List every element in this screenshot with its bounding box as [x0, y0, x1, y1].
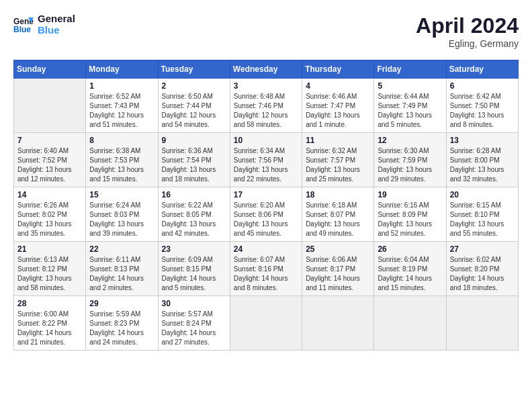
calendar-cell: 8Sunrise: 6:38 AMSunset: 7:53 PMDaylight…: [86, 133, 158, 187]
calendar-cell: [446, 296, 518, 351]
day-number: 23: [162, 244, 226, 254]
calendar-cell: 11Sunrise: 6:32 AMSunset: 7:57 PMDayligh…: [302, 133, 374, 187]
day-number: 30: [162, 299, 226, 308]
day-number: 21: [17, 244, 82, 254]
page-header: General Blue General Blue April 2024 Egl…: [13, 13, 519, 49]
calendar-cell: 19Sunrise: 6:16 AMSunset: 8:09 PMDayligh…: [374, 187, 446, 242]
calendar-week-row: 21Sunrise: 6:13 AMSunset: 8:12 PMDayligh…: [14, 242, 519, 296]
logo: General Blue General Blue: [13, 13, 75, 36]
logo-icon: General Blue: [13, 15, 34, 35]
day-number: 2: [162, 81, 226, 91]
calendar-cell: 4Sunrise: 6:46 AMSunset: 7:47 PMDaylight…: [302, 79, 374, 133]
calendar-week-row: 1Sunrise: 6:52 AMSunset: 7:43 PMDaylight…: [14, 79, 519, 133]
day-info: Sunrise: 6:34 AMSunset: 7:56 PMDaylight:…: [234, 146, 298, 184]
svg-text:Blue: Blue: [13, 25, 31, 34]
title-block: April 2024 Egling, Germany: [416, 13, 519, 49]
day-number: 16: [162, 190, 226, 199]
calendar-cell: [14, 79, 86, 133]
day-number: 29: [89, 299, 154, 308]
day-number: 26: [378, 244, 442, 254]
day-number: 6: [450, 81, 515, 91]
day-number: 27: [450, 244, 515, 254]
day-info: Sunrise: 6:04 AMSunset: 8:19 PMDaylight:…: [378, 255, 442, 293]
day-info: Sunrise: 6:36 AMSunset: 7:54 PMDaylight:…: [162, 146, 226, 184]
calendar-cell: 7Sunrise: 6:40 AMSunset: 7:52 PMDaylight…: [14, 133, 86, 187]
day-info: Sunrise: 6:20 AMSunset: 8:06 PMDaylight:…: [234, 201, 298, 238]
day-number: 19: [378, 190, 442, 199]
day-info: Sunrise: 6:46 AMSunset: 7:47 PMDaylight:…: [306, 92, 370, 130]
calendar-cell: 13Sunrise: 6:28 AMSunset: 8:00 PMDayligh…: [446, 133, 518, 187]
day-info: Sunrise: 6:50 AMSunset: 7:44 PMDaylight:…: [162, 92, 226, 130]
day-number: 9: [162, 136, 226, 145]
day-number: 5: [378, 81, 442, 91]
calendar-cell: 5Sunrise: 6:44 AMSunset: 7:49 PMDaylight…: [374, 79, 446, 133]
calendar-cell: 14Sunrise: 6:26 AMSunset: 8:02 PMDayligh…: [14, 187, 86, 242]
calendar-week-row: 14Sunrise: 6:26 AMSunset: 8:02 PMDayligh…: [14, 187, 519, 242]
day-number: 24: [234, 244, 298, 254]
weekday-header-row: SundayMondayTuesdayWednesdayThursdayFrid…: [14, 60, 519, 79]
day-info: Sunrise: 6:38 AMSunset: 7:53 PMDaylight:…: [89, 146, 154, 184]
calendar-cell: 29Sunrise: 5:59 AMSunset: 8:23 PMDayligh…: [86, 296, 158, 351]
day-info: Sunrise: 6:52 AMSunset: 7:43 PMDaylight:…: [89, 92, 154, 130]
calendar-week-row: 7Sunrise: 6:40 AMSunset: 7:52 PMDaylight…: [14, 133, 519, 187]
day-number: 1: [89, 81, 154, 91]
weekday-header: Monday: [86, 60, 158, 79]
day-info: Sunrise: 6:13 AMSunset: 8:12 PMDaylight:…: [17, 255, 82, 293]
day-number: 28: [17, 299, 82, 308]
day-info: Sunrise: 6:16 AMSunset: 8:09 PMDaylight:…: [378, 201, 442, 238]
logo-line1: General: [38, 13, 75, 25]
day-number: 12: [378, 136, 442, 145]
day-info: Sunrise: 6:24 AMSunset: 8:03 PMDaylight:…: [89, 201, 154, 238]
calendar-cell: 27Sunrise: 6:02 AMSunset: 8:20 PMDayligh…: [446, 242, 518, 296]
day-info: Sunrise: 6:15 AMSunset: 8:10 PMDaylight:…: [450, 201, 515, 238]
day-info: Sunrise: 6:48 AMSunset: 7:46 PMDaylight:…: [234, 92, 298, 130]
day-info: Sunrise: 6:26 AMSunset: 8:02 PMDaylight:…: [17, 201, 82, 238]
calendar-cell: 25Sunrise: 6:06 AMSunset: 8:17 PMDayligh…: [302, 242, 374, 296]
day-info: Sunrise: 6:09 AMSunset: 8:15 PMDaylight:…: [162, 255, 226, 293]
calendar-cell: 30Sunrise: 5:57 AMSunset: 8:24 PMDayligh…: [158, 296, 230, 351]
day-info: Sunrise: 6:06 AMSunset: 8:17 PMDaylight:…: [306, 255, 370, 293]
day-number: 25: [306, 244, 370, 254]
calendar-cell: 22Sunrise: 6:11 AMSunset: 8:13 PMDayligh…: [86, 242, 158, 296]
weekday-header: Friday: [374, 60, 446, 79]
day-info: Sunrise: 6:42 AMSunset: 7:50 PMDaylight:…: [450, 92, 515, 130]
calendar-week-row: 28Sunrise: 6:00 AMSunset: 8:22 PMDayligh…: [14, 296, 519, 351]
day-number: 7: [17, 136, 82, 145]
calendar-cell: 23Sunrise: 6:09 AMSunset: 8:15 PMDayligh…: [158, 242, 230, 296]
weekday-header: Saturday: [446, 60, 518, 79]
calendar-cell: 20Sunrise: 6:15 AMSunset: 8:10 PMDayligh…: [446, 187, 518, 242]
day-number: 20: [450, 190, 515, 199]
calendar-cell: 10Sunrise: 6:34 AMSunset: 7:56 PMDayligh…: [230, 133, 302, 187]
location: Egling, Germany: [416, 38, 519, 49]
day-number: 14: [17, 190, 82, 199]
weekday-header: Wednesday: [230, 60, 302, 79]
day-info: Sunrise: 6:11 AMSunset: 8:13 PMDaylight:…: [89, 255, 154, 293]
day-info: Sunrise: 6:32 AMSunset: 7:57 PMDaylight:…: [306, 146, 370, 184]
day-number: 11: [306, 136, 370, 145]
day-number: 17: [234, 190, 298, 199]
calendar-cell: 2Sunrise: 6:50 AMSunset: 7:44 PMDaylight…: [158, 79, 230, 133]
calendar-cell: 12Sunrise: 6:30 AMSunset: 7:59 PMDayligh…: [374, 133, 446, 187]
calendar-cell: 6Sunrise: 6:42 AMSunset: 7:50 PMDaylight…: [446, 79, 518, 133]
day-info: Sunrise: 6:40 AMSunset: 7:52 PMDaylight:…: [17, 146, 82, 184]
calendar-cell: [230, 296, 302, 351]
calendar-cell: 26Sunrise: 6:04 AMSunset: 8:19 PMDayligh…: [374, 242, 446, 296]
calendar-cell: [302, 296, 374, 351]
day-number: 10: [234, 136, 298, 145]
day-info: Sunrise: 6:22 AMSunset: 8:05 PMDaylight:…: [162, 201, 226, 238]
day-info: Sunrise: 5:59 AMSunset: 8:23 PMDaylight:…: [89, 310, 154, 347]
day-info: Sunrise: 6:44 AMSunset: 7:49 PMDaylight:…: [378, 92, 442, 130]
calendar-cell: 18Sunrise: 6:18 AMSunset: 8:07 PMDayligh…: [302, 187, 374, 242]
day-number: 8: [89, 136, 154, 145]
calendar-cell: 21Sunrise: 6:13 AMSunset: 8:12 PMDayligh…: [14, 242, 86, 296]
weekday-header: Sunday: [14, 60, 86, 79]
calendar-cell: [374, 296, 446, 351]
calendar-cell: 17Sunrise: 6:20 AMSunset: 8:06 PMDayligh…: [230, 187, 302, 242]
calendar-cell: 16Sunrise: 6:22 AMSunset: 8:05 PMDayligh…: [158, 187, 230, 242]
day-info: Sunrise: 6:28 AMSunset: 8:00 PMDaylight:…: [450, 146, 515, 184]
day-number: 18: [306, 190, 370, 199]
day-info: Sunrise: 6:02 AMSunset: 8:20 PMDaylight:…: [450, 255, 515, 293]
calendar-cell: 9Sunrise: 6:36 AMSunset: 7:54 PMDaylight…: [158, 133, 230, 187]
calendar-cell: 1Sunrise: 6:52 AMSunset: 7:43 PMDaylight…: [86, 79, 158, 133]
calendar-table: SundayMondayTuesdayWednesdayThursdayFrid…: [13, 60, 519, 351]
